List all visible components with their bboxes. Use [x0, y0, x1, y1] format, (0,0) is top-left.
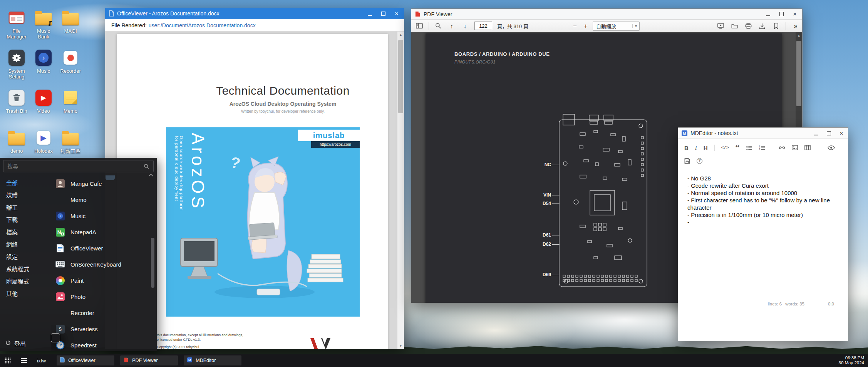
app-item-photo[interactable]: Photo [51, 289, 157, 305]
holodex-play-icon: ▶ [34, 128, 53, 147]
zoom-out-button[interactable]: − [571, 22, 579, 30]
maximize-button[interactable] [779, 11, 784, 17]
app-item-recorder[interactable]: Recorder [51, 305, 157, 321]
category-item-others[interactable]: 其他 [0, 288, 51, 300]
scrollbar-thumb[interactable] [151, 238, 154, 288]
category-item-files[interactable]: 檔案 [0, 226, 51, 239]
close-button[interactable]: × [840, 130, 843, 137]
menu-hamburger-icon[interactable] [21, 358, 27, 363]
ordered-list-icon[interactable]: 123 [759, 145, 765, 150]
category-item-network[interactable]: 網絡 [0, 239, 51, 251]
presentation-mode-icon[interactable] [716, 22, 725, 31]
start-menu-scrollbar[interactable] [151, 175, 154, 348]
start-search-input[interactable] [3, 163, 144, 169]
code-icon[interactable]: </> [721, 146, 729, 150]
scroll-up-arrow[interactable]: ▲ [397, 32, 404, 38]
officeviewer-titlebar[interactable]: OfficeViewer - Arozos Documentation.docx… [105, 8, 404, 19]
open-file-icon[interactable] [730, 22, 739, 31]
app-label: OnScreenKeyboard [70, 261, 121, 268]
category-item-download[interactable]: 下載 [0, 214, 51, 226]
italic-icon[interactable]: I [695, 145, 697, 151]
app-item-officeviewer[interactable]: OfficeViewer [51, 240, 157, 256]
desktop-icon-label: Music Bank [31, 28, 56, 40]
task-button-officeviewer[interactable]: OfficeViewer [57, 355, 114, 365]
zoom-select[interactable]: 自動縮放 ▾ [593, 22, 640, 31]
minimize-button[interactable] [368, 10, 372, 17]
table-icon[interactable] [804, 145, 811, 150]
help-icon[interactable]: ? [697, 158, 702, 164]
quote-icon[interactable]: “ [736, 145, 740, 150]
start-category-list: 全部 媒體 辦工 下載 檔案 網絡 設定 系統程式 附屬程式 其他 [0, 177, 51, 300]
download-icon[interactable] [758, 22, 766, 31]
close-button[interactable]: × [395, 10, 399, 17]
category-item-settings[interactable]: 設定 [0, 251, 51, 263]
app-item-paint[interactable]: Paint [51, 272, 157, 289]
desktop-icon-system-setting[interactable]: System Setting [3, 48, 30, 80]
desktop-icon-workspace[interactable]: 創薪工區 [57, 128, 84, 154]
scrollbar-thumb[interactable] [796, 41, 801, 106]
preview-eye-icon[interactable] [828, 145, 835, 150]
scroll-up-arrow[interactable]: ▲ [796, 32, 802, 39]
category-item-system[interactable]: 系統程式 [0, 263, 51, 275]
desktop-icon-demo[interactable]: demo [3, 128, 30, 154]
heading-icon[interactable]: H [704, 145, 708, 151]
print-icon[interactable] [744, 22, 752, 31]
app-item-serverless[interactable]: S Serverless [51, 321, 157, 337]
app-item-onscreenkeyboard[interactable]: OnScreenKeyboard [51, 256, 157, 272]
image-icon[interactable] [792, 145, 798, 150]
minimize-button[interactable] [814, 130, 818, 137]
next-page-icon[interactable]: ↓ [461, 21, 469, 30]
category-item-all[interactable]: 全部 [0, 177, 51, 189]
task-label: OfficeViewer [68, 358, 95, 363]
page-number-input[interactable] [474, 22, 492, 30]
desktop-icon-recorder[interactable]: Recorder [57, 48, 84, 74]
desktop-icon-trash-bin[interactable]: Trash Bin [3, 88, 30, 114]
app-list-item-partial[interactable] [106, 175, 115, 180]
previous-page-icon[interactable]: ↑ [447, 21, 456, 30]
category-item-office[interactable]: 辦工 [0, 202, 51, 214]
scrollbar-thumb[interactable] [398, 40, 403, 113]
markdown-editor-textarea[interactable]: - No G28 - Gcode rewrite after Cura exor… [678, 169, 840, 226]
category-item-accessories[interactable]: 附屬程式 [0, 275, 51, 288]
desktop-icon-music[interactable]: ♪ Music [30, 48, 57, 74]
app-label: Music [70, 213, 85, 219]
desktop-icon-music-bank[interactable]: Music Bank [30, 8, 57, 40]
app-item-notepada[interactable]: NA NotepadA [51, 224, 157, 240]
app-item-music[interactable]: ♪ Music [51, 208, 157, 224]
clock-time: 06:38 PM [839, 355, 865, 360]
search-icon[interactable] [434, 21, 442, 30]
desktop-icon-magi[interactable]: MAGI [57, 8, 84, 34]
maximize-button[interactable] [381, 10, 385, 17]
poster-tagline-2: for personal cloud deployment [174, 136, 179, 263]
minimize-button[interactable] [766, 11, 770, 17]
app-item-speedtest[interactable]: Speedtest [51, 337, 157, 351]
task-button-mdeditor[interactable]: M MDEditor [184, 355, 241, 365]
app-item-manga-cafe[interactable]: Manga Cafe [51, 175, 157, 192]
pdfviewer-titlebar[interactable]: PDF Viewer × [411, 9, 802, 20]
zoom-in-button[interactable]: + [582, 22, 590, 30]
desktop-icon-video[interactable]: ▶ Video [30, 88, 57, 114]
rendered-file-link[interactable]: user:/Document/Arozos Documentation.docx [149, 22, 256, 28]
svg-text:M: M [683, 132, 686, 135]
desktop-icon-holodex[interactable]: ▶ Holodex [30, 128, 57, 154]
bookmark-icon[interactable] [772, 22, 780, 31]
app-item-memo[interactable]: Memo [51, 192, 157, 208]
more-tools-icon[interactable]: » [791, 22, 800, 31]
officeviewer-scrollbar[interactable]: ▲ ▼ [397, 32, 404, 349]
save-icon[interactable] [684, 158, 690, 164]
category-item-media[interactable]: 媒體 [0, 189, 51, 202]
bold-icon[interactable]: B [684, 145, 689, 151]
unordered-list-icon[interactable] [746, 145, 752, 150]
desktop-icon-file-manager[interactable]: File Manager [3, 8, 30, 40]
scroll-down-arrow[interactable]: ▼ [397, 343, 404, 349]
close-button[interactable]: × [793, 11, 797, 17]
sidebar-toggle-icon[interactable] [415, 21, 424, 30]
app-grid-icon[interactable] [5, 357, 11, 364]
link-icon[interactable] [779, 146, 785, 150]
desktop-icon-memo[interactable]: Memo [57, 88, 84, 114]
mdeditor-titlebar[interactable]: M MDEditor - notes.txt × [678, 128, 848, 139]
maximize-button[interactable] [827, 130, 831, 137]
logout-button[interactable]: 登出 [5, 339, 26, 347]
task-button-pdf-viewer[interactable]: PDF Viewer [120, 355, 178, 365]
app-label: Recorder [70, 310, 94, 316]
